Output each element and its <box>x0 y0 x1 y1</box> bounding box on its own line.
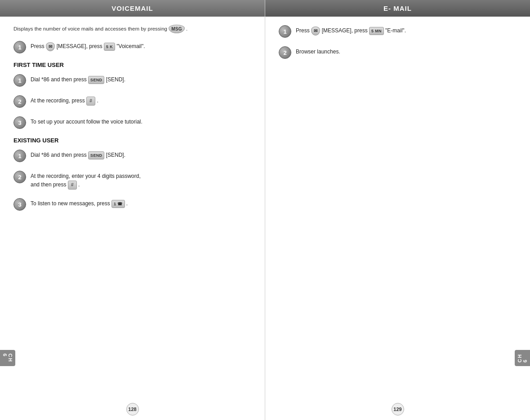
ft-step-circle-1: 1 <box>13 74 26 87</box>
send-key-ft1: SEND <box>88 76 104 84</box>
voicemail-step-1: 1 Press ✉ [MESSAGE], press 5 K "Voicemai… <box>13 40 251 53</box>
page-number-right: 129 <box>392 403 404 416</box>
page-number-left: 128 <box>126 403 139 416</box>
step-circle-1: 1 <box>13 41 26 53</box>
voicemail-intro: Displays the number of voice mails and a… <box>13 25 251 33</box>
page-right: E- MAIL 1 Press ✉ [MESSAGE], press 5 MN … <box>265 0 530 420</box>
send-key-ex1: SEND <box>88 151 104 159</box>
ft-step-2-text: At the recording, press # . <box>31 95 98 106</box>
key-1-ex3: 1 ☎ <box>111 200 125 208</box>
ft-step-3-text: To set up your account follow the voice … <box>31 116 143 126</box>
left-page-content: Displays the number of voice mails and a… <box>0 25 265 232</box>
voicemail-header: VOICEMAIL <box>0 0 265 17</box>
ch-tab-left: CH6 <box>0 350 15 366</box>
ch-tab-right: CH6 <box>515 350 530 366</box>
hash-key-ft2: # <box>86 97 95 106</box>
key-5mn: 5 MN <box>369 27 384 35</box>
hash-key-ex2: # <box>68 181 77 190</box>
ex-step-circle-3: 3 <box>13 198 26 211</box>
ft-step-1-text: Dial *86 and then press SEND [SEND]. <box>31 74 125 84</box>
ft-step-1: 1 Dial *86 and then press SEND [SEND]. <box>13 74 251 87</box>
message-icon-1: ✉ <box>46 42 55 51</box>
email-step-circle-1: 1 <box>279 25 291 38</box>
msg-key-intro: MSG <box>169 25 185 33</box>
ft-step-2: 2 At the recording, press # . <box>13 95 251 108</box>
right-page-content: 1 Press ✉ [MESSAGE], press 5 MN "E-mail"… <box>265 25 530 80</box>
ex-step-2: 2 At the recording, enter your 4 digits … <box>13 170 251 190</box>
page-left: VOICEMAIL Displays the number of voice m… <box>0 0 265 420</box>
ex-step-3: 3 To listen to new messages, press 1 ☎ . <box>13 198 251 211</box>
ex-step-1-text: Dial *86 and then press SEND [SEND]. <box>31 149 125 159</box>
ft-step-circle-3: 3 <box>13 116 26 129</box>
email-step-2: 2 Browser launches. <box>279 46 517 59</box>
message-icon-email: ✉ <box>311 27 320 35</box>
ft-step-3: 3 To set up your account follow the voic… <box>13 116 251 129</box>
ex-step-1: 1 Dial *86 and then press SEND [SEND]. <box>13 149 251 162</box>
email-step-1: 1 Press ✉ [MESSAGE], press 5 MN "E-mail"… <box>279 25 517 38</box>
email-step-2-text: Browser launches. <box>296 46 340 56</box>
ex-step-circle-1: 1 <box>13 150 26 162</box>
first-time-user-title: FIRST TIME USER <box>13 62 251 68</box>
ex-step-3-text: To listen to new messages, press 1 ☎ . <box>31 198 128 208</box>
ex-step-2-text: At the recording, enter your 4 digits pa… <box>31 170 141 190</box>
email-header: E- MAIL <box>265 0 530 17</box>
email-step-circle-2: 2 <box>279 46 291 59</box>
email-step-1-text: Press ✉ [MESSAGE], press 5 MN "E-mail". <box>296 25 406 35</box>
step-1-text: Press ✉ [MESSAGE], press 5 K "Voicemail"… <box>31 40 145 51</box>
ft-step-circle-2: 2 <box>13 95 26 108</box>
ex-step-circle-2: 2 <box>13 171 26 183</box>
key-5k: 5 K <box>104 43 115 51</box>
existing-user-title: EXISTING USER <box>13 137 251 144</box>
pages-container: VOICEMAIL Displays the number of voice m… <box>0 0 530 420</box>
